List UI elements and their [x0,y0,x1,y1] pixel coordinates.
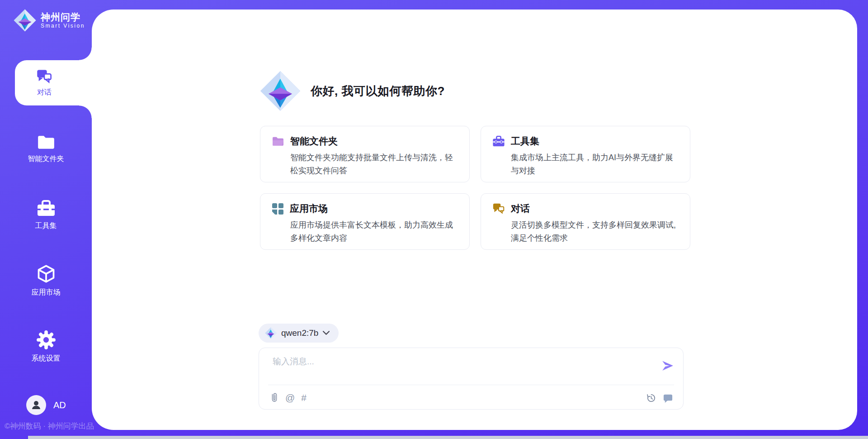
user-profile[interactable]: AD [26,395,66,415]
chevron-down-icon [323,331,330,335]
main-panel: 你好, 我可以如何帮助你? 智能文件夹 智能文件夹功能支持批量文件上传与清洗，轻… [92,10,857,430]
feedback-icon[interactable] [663,393,673,403]
toolbox-icon [492,135,505,147]
topic-icon[interactable]: # [301,393,307,403]
sidebar-item-label: 应用市场 [32,288,61,297]
sidebar-item-label: 智能文件夹 [28,154,64,164]
composer-tools: @ # [270,392,307,403]
cube-icon [36,264,56,284]
sidebar-item-settings[interactable]: 系统设置 [0,330,92,363]
composer-right-tools [646,393,673,403]
attach-icon[interactable] [270,392,279,403]
card-title: 工具集 [511,135,539,148]
user-initials: AD [53,400,66,410]
brand-gem-icon [14,9,36,32]
feature-cards: 智能文件夹 智能文件夹功能支持批量文件上传与清洗，轻松实现文件问答 工具集 集成… [260,126,685,250]
brand-subtitle: Smart Vision [41,23,85,29]
sidebar: 神州问学 Smart Vision 对话 智能文件夹 [0,0,92,439]
card-chat[interactable]: 对话 灵活切换多模型文件，支持多样回复效果调试, 满足个性化需求 [481,193,690,250]
gear-icon [36,330,56,350]
card-app-market[interactable]: 应用市场 应用市场提供丰富长文本模板，助力高效生成多样化文章内容 [260,193,470,250]
card-title: 应用市场 [290,202,328,215]
card-description: 应用市场提供丰富长文本模板，助力高效生成多样化文章内容 [290,219,458,245]
card-smart-folder[interactable]: 智能文件夹 智能文件夹功能支持批量文件上传与清洗，轻松实现文件问答 [260,126,470,182]
send-icon [661,359,675,372]
card-title: 智能文件夹 [290,135,338,148]
folder-icon [37,134,56,150]
gem-logo-icon [260,70,301,112]
sidebar-item-label: 工具集 [35,221,57,231]
toolbox-icon [36,199,56,217]
app-window: 神州问学 Smart Vision 对话 智能文件夹 [0,0,868,439]
sidebar-item-label: 系统设置 [32,354,61,363]
brand-name: 神州问学 [41,11,85,23]
card-toolset[interactable]: 工具集 集成市场上主流工具，助力AI与外界无缝扩展与对接 [481,126,690,182]
horizontal-scrollbar[interactable] [28,436,868,439]
card-title: 对话 [511,202,530,215]
chat-icon [492,203,505,215]
model-selector[interactable]: qwen2:7b [259,324,339,343]
send-button[interactable] [660,359,675,373]
history-icon[interactable] [646,393,656,403]
sidebar-item-smart-folder[interactable]: 智能文件夹 [0,134,92,164]
sidebar-item-chat[interactable]: 对话 [15,60,92,105]
mention-icon[interactable]: @ [285,393,295,403]
grid-icon [272,203,284,215]
message-composer: @ # [259,348,684,410]
card-description: 灵活切换多模型文件，支持多样回复效果调试, 满足个性化需求 [511,219,679,245]
model-name: qwen2:7b [281,328,318,338]
greeting-title: 你好, 我可以如何帮助你? [311,83,445,99]
person-icon [30,399,42,411]
card-description: 集成市场上主流工具，助力AI与外界无缝扩展与对接 [511,151,679,177]
folder-icon [272,135,284,147]
composer-divider [268,385,674,385]
sidebar-item-toolset[interactable]: 工具集 [0,199,92,231]
sidebar-item-app-market[interactable]: 应用市场 [0,264,92,297]
sidebar-item-label: 对话 [37,88,52,97]
welcome-hero: 你好, 我可以如何帮助你? [260,70,445,112]
brand: 神州问学 Smart Vision [14,9,85,32]
gem-logo-icon [265,327,277,339]
chat-icon [36,69,52,84]
avatar [26,395,46,415]
message-input[interactable] [272,354,653,369]
card-description: 智能文件夹功能支持批量文件上传与清洗，轻松实现文件问答 [290,151,458,177]
